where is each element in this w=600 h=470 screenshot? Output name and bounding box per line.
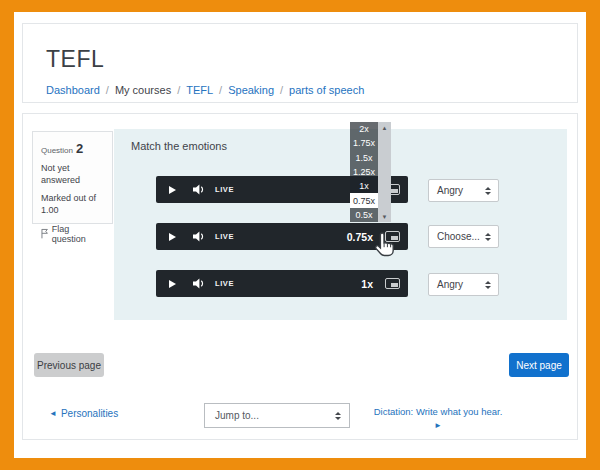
question-number: 2 — [76, 141, 83, 156]
footer-prev-label: Personalities — [61, 408, 118, 419]
scroll-up-icon[interactable]: ▲ — [378, 122, 391, 133]
flag-question-label: Flag question — [52, 224, 104, 244]
breadcrumb-link-speaking[interactable]: Speaking — [228, 84, 274, 96]
answer-select-2[interactable]: Choose... — [428, 225, 499, 248]
next-arrow-icon: ► — [434, 421, 442, 430]
select-caret-icon — [485, 187, 491, 195]
pip-icon — [391, 236, 398, 241]
breadcrumb-link-tefl[interactable]: TEFL — [186, 84, 213, 96]
breadcrumb-separator: / — [177, 84, 180, 96]
live-badge: LIVE — [215, 279, 234, 288]
play-button[interactable] — [165, 233, 179, 241]
jump-to-value: Jump to... — [215, 410, 335, 421]
header-card: TEFL Dashboard / My courses / TEFL / Spe… — [22, 23, 578, 103]
question-marks: Marked out of 1.00 — [41, 192, 104, 216]
volume-button[interactable] — [191, 231, 207, 242]
live-badge: LIVE — [215, 185, 234, 194]
pip-icon — [391, 189, 398, 194]
audio-player-3: LIVE 1x — [156, 270, 408, 297]
play-icon — [169, 280, 176, 288]
question-status: Not yet answered — [41, 162, 104, 186]
content-card: Question2 Not yet answered Marked out of… — [22, 113, 578, 440]
volume-icon — [193, 184, 206, 195]
play-icon — [169, 186, 176, 194]
select-caret-icon — [485, 281, 491, 289]
speed-menu: 2x 1.75x 1.5x 1.25x 1x 0.75x 0.5x ▲ ▼ — [350, 122, 391, 222]
speed-menu-item-0-5x[interactable]: 0.5x — [350, 208, 378, 222]
answer-select-value: Angry — [437, 185, 485, 196]
volume-button[interactable] — [191, 278, 207, 289]
page-background: TEFL Dashboard / My courses / TEFL / Spe… — [14, 12, 586, 458]
footer-next-label: Dictation: Write what you hear. — [374, 406, 503, 417]
question-panel: Match the emotions LIVE 1x — [114, 129, 567, 320]
answer-select-value: Choose... — [437, 231, 485, 242]
answer-select-value: Angry — [437, 279, 485, 290]
select-caret-icon — [485, 233, 491, 241]
pip-button[interactable] — [385, 231, 400, 242]
question-prompt: Match the emotions — [131, 140, 227, 152]
prev-arrow-icon: ◄ — [49, 409, 57, 418]
answer-select-3[interactable]: Angry — [428, 273, 499, 296]
footer-prev-link[interactable]: ◄ Personalities — [49, 408, 118, 419]
speed-menu-scrollbar[interactable]: ▲ ▼ — [378, 122, 391, 222]
speed-menu-item-1-75x[interactable]: 1.75x — [350, 136, 378, 150]
answer-select-1[interactable]: Angry — [428, 179, 499, 202]
question-heading: Question2 — [41, 139, 104, 157]
play-button[interactable] — [165, 280, 179, 288]
breadcrumb-separator: / — [280, 84, 283, 96]
volume-icon — [193, 278, 206, 289]
flag-icon — [41, 228, 49, 239]
play-icon — [169, 233, 176, 241]
breadcrumb-item-my-courses[interactable]: My courses — [115, 84, 171, 96]
volume-button[interactable] — [191, 184, 207, 195]
question-label: Question — [41, 146, 73, 155]
flag-question-link[interactable]: Flag question — [41, 224, 104, 244]
page-title: TEFL — [46, 46, 104, 73]
play-button[interactable] — [165, 186, 179, 194]
live-badge: LIVE — [215, 232, 234, 241]
speed-menu-item-2x[interactable]: 2x — [350, 122, 378, 136]
audio-player-2: LIVE 0.75x — [156, 223, 408, 250]
speed-menu-item-1-25x[interactable]: 1.25x — [350, 165, 378, 179]
select-caret-icon — [335, 412, 341, 420]
speed-menu-item-1-5x[interactable]: 1.5x — [350, 151, 378, 165]
playback-speed-button[interactable]: 0.75x — [347, 231, 373, 243]
pip-icon — [391, 283, 398, 288]
breadcrumb-link-dashboard[interactable]: Dashboard — [46, 84, 100, 96]
speed-menu-item-1x[interactable]: 1x — [350, 179, 378, 193]
breadcrumb-link-parts-of-speech[interactable]: parts of speech — [289, 84, 364, 96]
footer-next-link[interactable]: Dictation: Write what you hear. ► — [368, 405, 508, 432]
breadcrumb-separator: / — [106, 84, 109, 96]
app-frame: TEFL Dashboard / My courses / TEFL / Spe… — [0, 0, 600, 470]
previous-page-button[interactable]: Previous page — [34, 353, 104, 377]
scroll-down-icon[interactable]: ▼ — [378, 211, 391, 222]
speed-menu-items: 2x 1.75x 1.5x 1.25x 1x 0.75x 0.5x — [350, 122, 378, 222]
next-page-button[interactable]: Next page — [509, 353, 569, 377]
speed-menu-item-0-75x[interactable]: 0.75x — [350, 193, 378, 207]
breadcrumb-separator: / — [219, 84, 222, 96]
jump-to-select[interactable]: Jump to... — [204, 403, 350, 428]
volume-icon — [193, 231, 206, 242]
pip-button[interactable] — [385, 278, 400, 289]
question-info-box: Question2 Not yet answered Marked out of… — [32, 131, 113, 224]
playback-speed-button[interactable]: 1x — [361, 278, 373, 290]
breadcrumb: Dashboard / My courses / TEFL / Speaking… — [46, 84, 364, 96]
